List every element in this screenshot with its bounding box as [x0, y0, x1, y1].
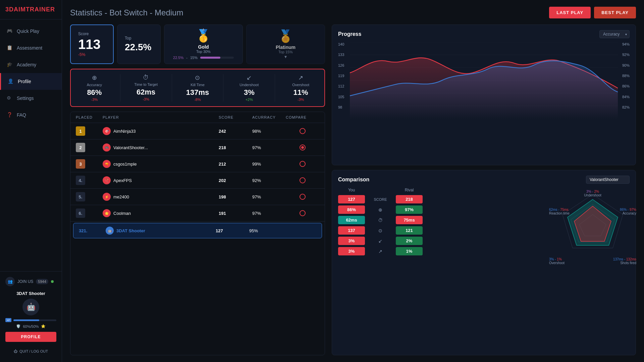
player-score: 202 — [219, 178, 252, 183]
sidebar-item-faq[interactable]: ❓ FAQ — [0, 107, 62, 123]
compare-radio[interactable] — [300, 194, 306, 200]
you-score: 127 — [338, 195, 365, 203]
y-label: 119 — [338, 74, 350, 78]
accuracy-dropdown[interactable]: Accuracy — [599, 30, 630, 38]
sidebar-item-profile[interactable]: 👤 Profile — [0, 73, 62, 90]
kill-time-value: 137ms — [186, 88, 209, 97]
player-name: ValorantShooter... — [113, 145, 148, 150]
platinum-medal-icon: 🏅 — [278, 29, 293, 43]
assessment-icon: 📋 — [7, 45, 13, 51]
metric-time-to-target: ⏱ Time to Target 62ms -3% — [126, 74, 166, 102]
player-cell: 🏹 ApexFPS — [103, 176, 219, 184]
sidebar-item-assessment[interactable]: 📋 Assessment — [0, 40, 62, 56]
compare-radio[interactable] — [300, 161, 306, 167]
rank-progress-next: 15% — [190, 56, 198, 60]
radar-top-label: 3% - 2% Undershoot — [584, 190, 601, 197]
table-row[interactable]: 1 🎯 AimNinja33 242 98% — [70, 123, 325, 139]
best-play-button[interactable]: BEST PLAY — [594, 7, 636, 18]
xp-level-text: 60%/50% — [23, 324, 39, 328]
metric-accuracy: ⊕ Accuracy 86% -3% — [74, 74, 115, 102]
table-row[interactable]: 6. 🌟 Coolman 191 97% — [70, 205, 325, 222]
join-us-icon: 👥 — [5, 277, 15, 286]
you-overshoot: 3% — [338, 247, 365, 255]
page-title: Statistics - Bot Switch - Medium — [70, 8, 183, 17]
player-score: 198 — [219, 194, 252, 199]
y2-label: 94% — [622, 42, 630, 46]
radar-lb-value: 3% - 1% — [549, 257, 562, 261]
progress-chart: 140 133 126 119 112 105 98 — [338, 42, 630, 109]
radar-lb-sub: Overshoot — [549, 261, 565, 265]
player-name: csgos1mple — [113, 162, 137, 167]
radar-chart: 3% - 2% Undershoot 86% - 97% Accuracy 13… — [556, 188, 630, 268]
right-panel: Progress Accuracy 140 133 126 119 112 — [332, 24, 636, 355]
compare-cell[interactable] — [286, 144, 319, 150]
col-placed: PLACED — [76, 115, 103, 119]
quit-button[interactable]: ⏻ QUIT / LOG OUT — [5, 346, 56, 357]
chevron-down-icon: ▾ — [251, 54, 321, 59]
faq-icon: ❓ — [7, 112, 13, 118]
compare-radio[interactable] — [300, 177, 306, 183]
overshoot-delta: -3% — [298, 98, 304, 102]
undershoot-label: Undershoot — [239, 83, 259, 87]
title-subtitle: - Bot Switch - Medium — [105, 8, 183, 17]
sidebar-item-label: FAQ — [17, 112, 26, 118]
player-accuracy: 97% — [252, 211, 286, 216]
y2-label: 84% — [622, 95, 630, 99]
table-row[interactable]: 2 🎮 ValorantShooter... 218 97% — [70, 139, 325, 156]
last-play-button[interactable]: LAST PLAY — [549, 7, 591, 18]
you-undershoot: 3% — [338, 237, 365, 245]
sidebar-item-settings[interactable]: ⚙ Settings — [0, 90, 62, 107]
compare-cell[interactable] — [286, 194, 319, 200]
leaderboard-header: PLACED PLAYER SCORE ACURRACY COMPARE — [70, 112, 325, 123]
time-to-target-value: 62ms — [137, 88, 155, 97]
compare-cell[interactable] — [286, 128, 319, 134]
player-name: ApexFPS — [113, 178, 132, 183]
y2-label: 90% — [622, 63, 630, 67]
compare-radio[interactable] — [300, 210, 306, 216]
compare-cell[interactable] — [286, 161, 319, 167]
comp-row-reaction: 62ms ⏱ 75ms — [338, 216, 552, 224]
main-content: Statistics - Bot Switch - Medium LAST PL… — [62, 0, 644, 362]
player-score: 191 — [219, 211, 252, 216]
xp-fill — [13, 319, 39, 321]
my-accuracy: 95% — [249, 228, 283, 233]
title-main: Statistics — [70, 8, 102, 17]
player-cell: ⚡ me2400 — [103, 193, 219, 201]
comparison-header: Comparison — [338, 176, 630, 184]
radar-left-bot-label: 3% - 1% Overshoot — [549, 257, 565, 265]
compare-radio[interactable] — [300, 144, 306, 150]
table-row[interactable]: 3 🔫 csgos1mple 212 99% — [70, 156, 325, 172]
sidebar-item-quick-play[interactable]: 🎮 Quick Play — [0, 23, 62, 40]
radar-svg — [552, 188, 633, 268]
table-row[interactable]: 4. 🏹 ApexFPS 202 92% — [70, 172, 325, 189]
sidebar-item-academy[interactable]: 🎓 Academy — [0, 56, 62, 73]
radar-lt-value: 62ms - 75ms — [549, 208, 569, 212]
rank-current-top: Top 30% — [196, 50, 211, 54]
xp-bar-container: XP — [5, 318, 56, 322]
compare-radio[interactable] — [300, 128, 306, 134]
accuracy-label: Accuracy — [87, 83, 102, 87]
overshoot-label: Overshoot — [292, 83, 309, 87]
compare-cell[interactable] — [286, 210, 319, 216]
y-label: 98 — [338, 105, 350, 109]
comp-row-undershoot: 3% ↙ 2% — [338, 237, 552, 245]
player-name: Coolman — [113, 211, 131, 216]
table-row[interactable]: 5. ⚡ me2400 198 97% — [70, 189, 325, 205]
academy-icon: 🎓 — [7, 62, 13, 68]
top-label: Top — [125, 36, 131, 41]
my-name: 3DAT Shooter — [116, 228, 145, 233]
kill-time-label: Kill Time — [191, 83, 205, 87]
rank-next-name: Platinum — [276, 45, 296, 50]
join-badge: 5944 — [36, 279, 48, 284]
rival-input[interactable] — [586, 176, 630, 184]
comp-header: You Rival — [338, 188, 552, 192]
player-name: me2400 — [113, 194, 129, 199]
logo-prefix: 3D — [5, 6, 14, 13]
rank-badge: 6. — [76, 208, 85, 218]
compare-cell[interactable] — [286, 177, 319, 183]
radar-right-bot-label: 137ms - 132ms Shots fired — [613, 257, 636, 265]
profile-button[interactable]: PROFILE — [5, 332, 56, 342]
reaction-metric-icon: ⏱ — [367, 218, 394, 223]
metrics-row: ⊕ Accuracy 86% -3% ⏱ Time to Target 62ms… — [70, 69, 325, 107]
header: Statistics - Bot Switch - Medium LAST PL… — [70, 7, 636, 18]
